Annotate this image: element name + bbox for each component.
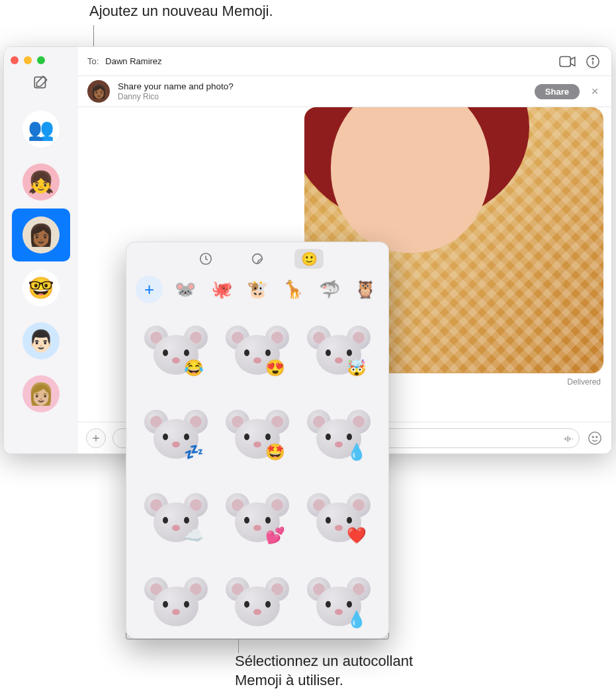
sticker-mouse-hearts[interactable]: ❤️: [302, 484, 376, 555]
avatar: 👩🏾: [22, 216, 60, 254]
memoji-head-mouse[interactable]: 🐭: [171, 275, 198, 303]
banner-title: Share your name and photo?: [118, 81, 527, 92]
conversation-3[interactable]: 🤓: [12, 261, 70, 314]
svg-point-3: [592, 58, 594, 59]
compose-button[interactable]: [32, 73, 50, 91]
memoji-head-octopus[interactable]: 🐙: [208, 275, 235, 303]
conversation-5[interactable]: 👩🏼: [12, 367, 70, 420]
to-label: To:: [87, 56, 99, 66]
avatar: 🤓: [22, 269, 60, 306]
sticker-mouse-kiss-hearts[interactable]: 💕: [220, 484, 294, 555]
dismiss-banner[interactable]: ×: [588, 84, 602, 99]
conversation-0[interactable]: 👥: [12, 103, 70, 156]
callout-line: [238, 639, 239, 653]
popover-tabs: 🙂: [126, 242, 388, 271]
tab-memoji[interactable]: 🙂: [294, 249, 324, 269]
conversation-4[interactable]: 👨🏻: [12, 314, 70, 367]
sticker-mouse-heart-eyes[interactable]: 😍: [220, 316, 294, 387]
sticker-mouse-mind-blown[interactable]: 🤯: [302, 316, 376, 387]
tab-stickers[interactable]: [243, 249, 272, 269]
close-window[interactable]: [11, 56, 19, 64]
sticker-mouse-sweat[interactable]: 💧: [302, 568, 376, 639]
apps-button[interactable]: [86, 428, 106, 448]
sticker-mouse-sleeping[interactable]: 💤: [138, 400, 213, 471]
sticker-mouse-worried[interactable]: [138, 568, 213, 639]
facetime-button[interactable]: [558, 54, 577, 69]
share-button[interactable]: Share: [535, 84, 580, 99]
callout-select-sticker: Sélectionnez un autocollant Memoji à uti…: [235, 652, 413, 690]
sidebar: 👥👧👩🏾🤓👨🏻👩🏼: [4, 47, 78, 453]
memoji-sticker-grid: 😂😍🤯💤🤩💧☁️💕❤️💧: [126, 310, 388, 638]
window-controls: [4, 52, 52, 64]
conversation-header: To: Dawn Ramirez: [78, 47, 611, 76]
svg-rect-1: [560, 56, 570, 66]
details-button[interactable]: [584, 54, 602, 69]
callout-bracket: [126, 633, 389, 639]
conversation-1[interactable]: 👧: [12, 156, 70, 209]
sticker-mouse-tears-joy[interactable]: 😂: [138, 316, 213, 387]
tab-recents[interactable]: [191, 249, 220, 269]
banner-avatar: 👩🏾: [87, 80, 110, 103]
svg-point-6: [596, 436, 597, 438]
svg-point-5: [592, 436, 594, 438]
avatar: 👩🏼: [22, 375, 60, 412]
recipient-name: Dawn Ramirez: [105, 56, 161, 66]
memoji-head-cow[interactable]: 🐮: [243, 275, 271, 303]
memoji-head-shark[interactable]: 🦈: [316, 275, 343, 303]
add-memoji-button[interactable]: +: [136, 275, 163, 303]
banner-subtitle: Danny Rico: [118, 92, 527, 101]
sticker-mouse-angry[interactable]: [220, 568, 294, 639]
emoji-picker-button[interactable]: [586, 430, 603, 447]
delivery-status: Delivered: [567, 377, 601, 387]
memoji-head-owl[interactable]: 🦉: [352, 275, 379, 303]
callout-add-memoji: Ajoutez un nouveau Memoji.: [89, 3, 273, 20]
memoji-character-row: +🐭🐙🐮🦒🦈🦉: [126, 271, 388, 310]
sticker-mouse-tear[interactable]: 💧: [302, 400, 376, 471]
avatar: 👥: [22, 111, 60, 148]
audio-message-button[interactable]: [560, 431, 576, 447]
zoom-window[interactable]: [37, 56, 45, 64]
sticker-mouse-clouds[interactable]: ☁️: [138, 484, 213, 555]
avatar: 👧: [22, 163, 60, 201]
minimize-window[interactable]: [24, 56, 32, 64]
memoji-popover: 🙂 +🐭🐙🐮🦒🦈🦉 😂😍🤯💤🤩💧☁️💕❤️💧: [126, 242, 389, 639]
svg-point-4: [589, 432, 601, 443]
avatar: 👨🏻: [22, 322, 60, 359]
share-name-banner: 👩🏾 Share your name and photo? Danny Rico…: [78, 76, 611, 107]
memoji-head-giraffe[interactable]: 🦒: [280, 275, 307, 303]
sticker-mouse-star-eyes[interactable]: 🤩: [220, 400, 294, 471]
conversation-2[interactable]: 👩🏾: [12, 209, 70, 261]
